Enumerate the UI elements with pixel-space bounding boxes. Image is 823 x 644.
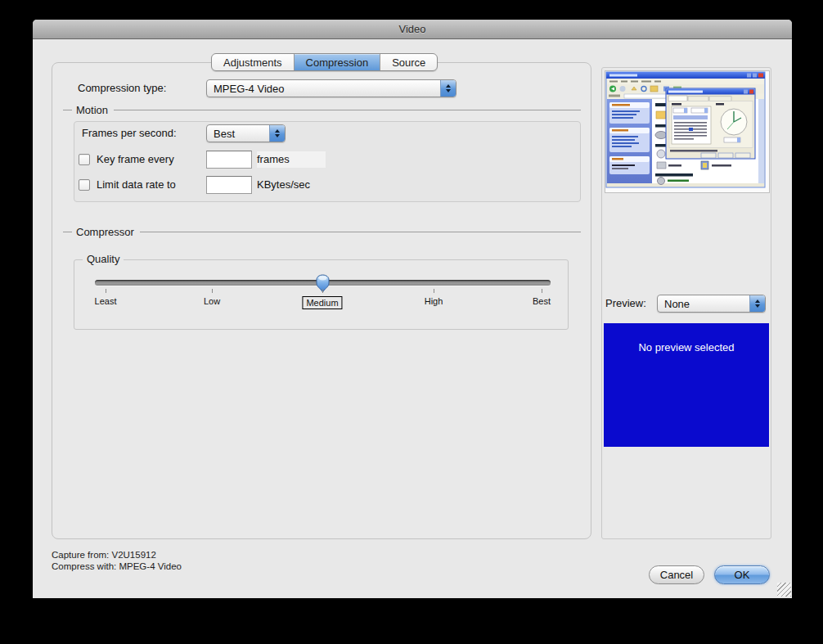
- tab-bar: Adjustments Compression Source: [211, 53, 438, 71]
- compressor-section-header: Compressor: [63, 225, 581, 238]
- keyframe-unit-label: frames: [257, 151, 326, 168]
- preview-panel: Preview: None No preview selected: [601, 67, 771, 539]
- preview-label: Preview:: [605, 295, 646, 313]
- datarate-checkbox[interactable]: [79, 179, 90, 191]
- ok-button[interactable]: OK: [714, 565, 770, 584]
- compression-type-select[interactable]: MPEG-4 Video: [206, 79, 456, 97]
- capture-preview-thumbnail: [605, 70, 770, 193]
- motion-section-label: Motion: [76, 104, 108, 116]
- datarate-unit-label: KBytes/sec: [257, 177, 310, 193]
- up-down-arrows-icon: [749, 295, 765, 312]
- window-titlebar[interactable]: Video: [33, 20, 792, 39]
- status-text: Capture from: V2U15912 Compress with: MP…: [52, 550, 182, 572]
- slider-tick: [322, 289, 323, 293]
- slider-label-low: Low: [204, 296, 220, 306]
- up-down-arrows-icon: [440, 80, 456, 97]
- slider-label-high: High: [425, 296, 443, 306]
- slider-tick: [434, 289, 434, 293]
- compression-type-label: Compression type:: [78, 79, 166, 97]
- video-dialog-window: Video Adjustments Compression Source Com…: [33, 20, 792, 598]
- preview-select[interactable]: None: [657, 295, 766, 313]
- compress-with-status: Compress with: MPEG-4 Video: [52, 561, 182, 573]
- slider-label-best: Best: [533, 296, 551, 306]
- fps-label: Frames per second:: [82, 124, 177, 142]
- slider-tick: [212, 289, 213, 293]
- compressor-section-label: Compressor: [76, 226, 134, 238]
- slider-tick: [542, 289, 542, 293]
- resize-grip-icon[interactable]: [777, 583, 791, 597]
- preview-message: No preview selected: [638, 341, 734, 447]
- compression-type-value: MPEG-4 Video: [207, 83, 440, 95]
- window-title: Video: [398, 23, 425, 35]
- quality-group: Quality Least Low Me: [74, 259, 569, 330]
- fps-value: Best: [207, 128, 269, 140]
- slider-label-least: Least: [95, 296, 117, 306]
- preview-value: None: [658, 298, 749, 310]
- motion-section-header: Motion: [63, 103, 581, 116]
- tab-adjustments[interactable]: Adjustments: [212, 54, 295, 70]
- keyframe-checkbox[interactable]: [79, 154, 90, 165]
- keyframe-label: Key frame every: [97, 151, 174, 169]
- datarate-input[interactable]: [206, 176, 252, 194]
- tab-source[interactable]: Source: [380, 54, 437, 70]
- fps-select[interactable]: Best: [206, 124, 286, 142]
- datarate-label: Limit data rate to: [97, 176, 176, 194]
- capture-from-status: Capture from: V2U15912: [52, 550, 182, 561]
- up-down-arrows-icon: [269, 125, 285, 142]
- cancel-button[interactable]: Cancel: [649, 565, 704, 584]
- slider-label-medium: Medium: [302, 296, 342, 309]
- tab-compression[interactable]: Compression: [295, 54, 381, 70]
- quality-group-label: Quality: [83, 253, 124, 265]
- slider-tick: [106, 289, 106, 293]
- preview-message-box: No preview selected: [604, 323, 769, 447]
- keyframe-input[interactable]: [206, 151, 252, 169]
